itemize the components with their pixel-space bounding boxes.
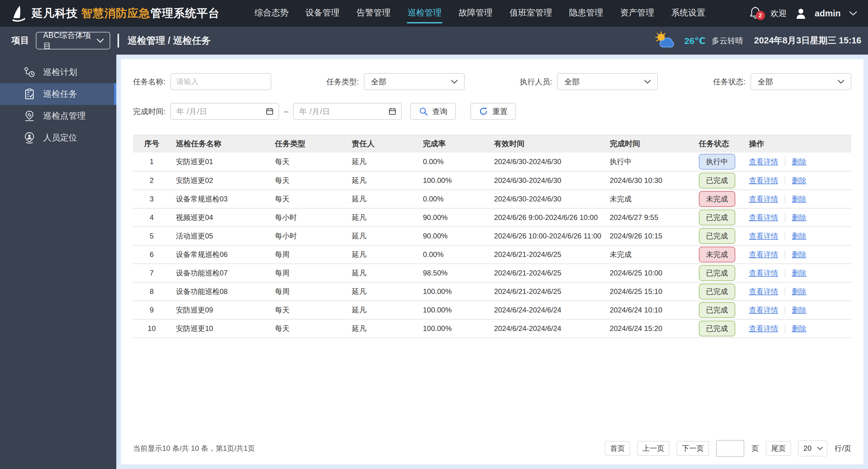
notification-bell-icon[interactable]: 2 (749, 6, 763, 21)
page-number-input[interactable] (716, 440, 744, 457)
nav-item-overview[interactable]: 综合态势 (254, 3, 289, 23)
view-detail-link[interactable]: 查看详情 (749, 194, 778, 204)
nav-item-fault[interactable]: 故障管理 (458, 3, 493, 23)
user-avatar-icon[interactable] (795, 7, 807, 20)
cell-task-type: 每周 (269, 245, 346, 264)
view-detail-link[interactable]: 查看详情 (749, 268, 778, 278)
delete-link[interactable]: 删除 (792, 213, 806, 222)
last-page-button[interactable]: 尾页 (766, 441, 791, 456)
delete-link[interactable]: 删除 (792, 250, 806, 259)
cell-valid-time: 2024/6/30-2024/6/30 (489, 190, 604, 208)
nav-item-hazard[interactable]: 隐患管理 (568, 3, 604, 23)
cell-task-name: 设备常规巡检06 (170, 245, 269, 264)
nav-item-patrol[interactable]: 巡检管理 (407, 3, 442, 23)
page-size-select[interactable]: 20 (798, 440, 827, 456)
cell-index: 2 (133, 171, 170, 190)
view-detail-link[interactable]: 查看详情 (749, 305, 778, 315)
chevron-down-icon (837, 79, 845, 84)
view-detail-link[interactable]: 查看详情 (749, 287, 778, 296)
cell-task-name: 活动巡更05 (170, 227, 269, 245)
delete-link[interactable]: 删除 (792, 305, 806, 315)
cell-index: 8 (133, 282, 170, 301)
view-detail-link[interactable]: 查看详情 (749, 250, 778, 259)
view-detail-link[interactable]: 查看详情 (749, 324, 778, 333)
table-row: 10 安防巡更10 每天 延凡 100.00% 2024/6/24-2024/6… (133, 319, 851, 338)
cell-task-type: 每天 (269, 319, 346, 338)
finish-time-end-input[interactable]: 年 /月/日 (293, 103, 402, 120)
calendar-icon[interactable] (266, 107, 274, 115)
action-separator (785, 176, 785, 185)
top-bar: 延凡科技 智慧消防应急管理系统平台 综合态势 设备管理 告警管理 巡检管理 故障… (0, 0, 868, 27)
action-separator (785, 269, 785, 277)
delete-link[interactable]: 删除 (792, 176, 806, 186)
nav-item-settings[interactable]: 系统设置 (671, 3, 706, 23)
cell-finish-time: 执行中 (604, 153, 693, 171)
reset-button[interactable]: 重置 (470, 103, 516, 120)
table-row: 6 设备常规巡检06 每周 延凡 0.00% 2024/6/21-2024/6/… (133, 245, 851, 264)
view-detail-link[interactable]: 查看详情 (749, 176, 778, 186)
view-detail-link[interactable]: 查看详情 (749, 213, 778, 222)
cell-completion-rate: 0.00% (417, 245, 489, 264)
sidebar-item-patrol-plan[interactable]: 巡检计划 (0, 61, 116, 83)
cell-valid-time: 2024/6/24-2024/6/24 (489, 319, 604, 338)
sun-cloud-weather-icon (654, 31, 678, 50)
user-menu-chevron-down-icon[interactable] (848, 11, 858, 16)
nav-item-duty-room[interactable]: 值班室管理 (509, 3, 553, 23)
task-type-select[interactable]: 全部 (364, 73, 465, 90)
delete-link[interactable]: 删除 (792, 287, 806, 296)
nav-item-alarm[interactable]: 告警管理 (356, 3, 391, 23)
cell-valid-time: 2024/6/26 10:00-2024/6/26 11:00 (489, 227, 604, 245)
cell-completion-rate: 100.00% (417, 301, 489, 319)
delete-link[interactable]: 删除 (792, 194, 806, 204)
table-row: 8 设备功能巡检08 每周 延凡 100.00% 2024/6/21-2024/… (133, 282, 851, 301)
col-task-name: 巡检任务名称 (170, 134, 269, 153)
sidebar-item-label: 人员定位 (43, 132, 77, 143)
project-area: 项目 ABC综合体项目 (0, 32, 116, 49)
cell-finish-time: 2024/9/26 10:15 (604, 227, 693, 245)
cell-task-name: 安防巡更09 (170, 301, 269, 319)
sidebar-item-patrol-point[interactable]: 巡检点管理 (0, 105, 116, 127)
prev-page-button[interactable]: 上一页 (637, 441, 670, 456)
sidebar-item-patrol-task[interactable]: 巡检任务 (0, 83, 116, 105)
project-select[interactable]: ABC综合体项目 (36, 32, 110, 49)
sidebar-item-person-locate[interactable]: 人员定位 (0, 127, 116, 149)
sidebar-item-label: 巡检点管理 (43, 110, 86, 122)
query-button[interactable]: 查询 (410, 103, 456, 120)
delete-link[interactable]: 删除 (792, 268, 806, 278)
cell-finish-time: 未完成 (604, 245, 693, 264)
cell-actions: 查看详情 删除 (743, 301, 851, 319)
col-task-type: 任务类型 (269, 134, 346, 153)
view-detail-link[interactable]: 查看详情 (749, 157, 778, 167)
first-page-button[interactable]: 首页 (605, 441, 630, 456)
logo-sail-icon (10, 5, 27, 22)
executor-select[interactable]: 全部 (557, 73, 658, 90)
task-table-body: 1 安防巡更01 每天 延凡 0.00% 2024/6/30-2024/6/30… (133, 153, 851, 338)
calendar-icon[interactable] (389, 107, 396, 115)
username[interactable]: admin (815, 8, 841, 19)
cell-task-name: 安防巡更02 (170, 171, 269, 190)
action-separator (785, 195, 785, 203)
finish-time-start-input[interactable]: 年 /月/日 (170, 103, 279, 120)
top-bar-right: 2 欢迎 admin (749, 6, 858, 21)
next-page-button[interactable]: 下一页 (677, 441, 709, 456)
delete-link[interactable]: 删除 (792, 157, 806, 167)
project-chevron-down-icon (96, 38, 104, 43)
cell-actions: 查看详情 删除 (743, 282, 851, 301)
task-name-input[interactable] (170, 73, 271, 90)
delete-link[interactable]: 删除 (792, 231, 806, 241)
cell-actions: 查看详情 删除 (743, 264, 851, 282)
breadcrumb: 巡检管理 / 巡检任务 (128, 34, 211, 47)
cell-task-type: 每天 (269, 171, 346, 190)
cell-task-name: 视频巡更04 (170, 208, 269, 227)
task-status-select[interactable]: 全部 (750, 73, 851, 90)
nav-item-device[interactable]: 设备管理 (305, 3, 340, 23)
filter-task-status: 任务状态: 全部 (713, 73, 851, 90)
cell-actions: 查看详情 删除 (743, 319, 851, 338)
delete-link[interactable]: 删除 (792, 324, 806, 333)
cell-task-status: 已完成 (693, 171, 744, 190)
nav-item-asset[interactable]: 资产管理 (620, 3, 655, 23)
view-detail-link[interactable]: 查看详情 (749, 231, 778, 241)
chevron-down-icon (817, 446, 824, 450)
status-badge: 已完成 (699, 265, 735, 281)
action-separator (785, 213, 785, 222)
